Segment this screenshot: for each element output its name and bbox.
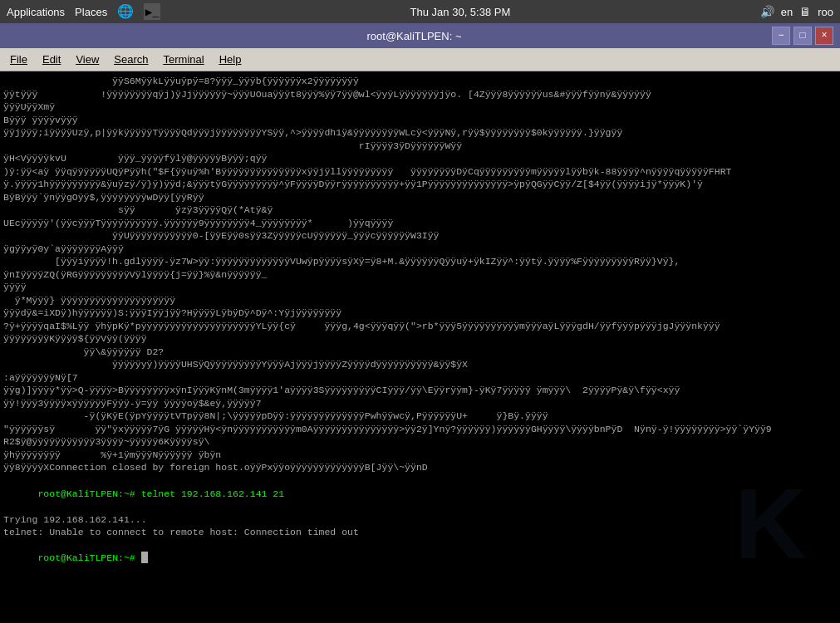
system-bar: Applications Places 🌐 ▶_ Thu Jan 30, 5:3… [0, 0, 840, 23]
term-line: ÿgÿÿyÿ0y`aÿÿÿÿÿÿÿAÿÿÿ [3, 243, 837, 256]
system-bar-left: Applications Places 🌐 ▶_ [7, 3, 160, 20]
term-line: ÿÿtÿÿÿ !ÿÿÿÿÿÿÿÿqÿj)ÿJjÿÿÿÿÿÿ~ÿÿÿUOuaÿÿÿ… [3, 88, 837, 101]
term-line: ÿÿg)]ÿÿÿÿ*ÿÿ>Q-ÿÿÿÿ>BÿÿÿÿÿÿÿÿxÿnIÿÿÿKÿnM… [3, 384, 837, 397]
search-menu[interactable]: Search [107, 52, 155, 67]
network-icon[interactable]: 🖥 [799, 5, 811, 18]
command-line-1: root@KaliTLPEN:~# telnet 192.168.162.141… [3, 474, 837, 513]
term-line: ÿH<VÿÿÿÿkvU ÿÿÿ_ÿÿÿÿfÿlÿ@ÿÿÿÿÿBÿÿÿ;qÿÿ [3, 152, 837, 165]
terminal-icon[interactable]: ▶_ [144, 3, 160, 20]
system-clock: Thu Jan 30, 5:38 PM [410, 6, 511, 18]
term-line: )ÿ:ÿÿ<aÿ ÿÿqÿÿÿÿÿÿUQÿPÿÿh("$F{ÿÿuÿ%h'Bÿÿ… [3, 165, 837, 179]
language-indicator[interactable]: en [781, 6, 793, 18]
term-line: -ÿ(ÿKÿE(ÿpYÿÿÿÿtVTpÿÿ8N|;\ÿÿÿÿÿpDÿÿ:ÿÿÿÿ… [3, 410, 837, 423]
title-bar: root@KaliTLPEN: ~ − □ × [0, 23, 840, 48]
term-line: ÿÿÿdÿ&=iXDÿ)hÿÿÿÿÿÿ)S:ÿÿÿIÿÿjÿÿ?HÿÿÿÿLÿb… [3, 307, 837, 320]
term-line: ÿÿjÿÿÿ;iÿÿÿÿUzÿ,p|ÿÿkÿÿÿÿÿTÿÿÿÿQdÿÿÿjÿÿÿ… [3, 126, 837, 140]
term-line: rIÿÿÿÿ3ÿDÿÿÿÿÿÿWÿÿ [3, 140, 837, 153]
output-line-2: telnet: Unable to connect to remote host… [3, 526, 837, 539]
term-line: ÿÿ\&ÿÿÿÿÿÿ D2? [3, 346, 837, 359]
current-prompt-line: root@KaliTLPEN:~# [3, 539, 837, 578]
term-line: Bÿÿÿ ÿÿÿÿvÿÿÿ [3, 114, 837, 127]
term-line: ÿ*Mÿÿÿ} ÿÿÿÿÿÿÿÿÿÿÿÿÿÿÿÿÿÿÿÿ [3, 294, 837, 307]
term-line: "ÿÿÿÿÿÿsÿ ÿÿ"ÿxÿÿÿÿÿ7ÿG ÿÿÿÿÿHÿ<ÿnÿÿÿÿÿÿ… [3, 423, 837, 436]
prompt-1: root@KaliTLPEN:~# telnet 192.168.162.141… [37, 488, 284, 499]
term-line: ÿÿÿÿÿÿÿÿKÿÿÿÿ${ÿÿVÿÿ(ÿÿÿÿ [3, 332, 837, 346]
term-line: [ÿÿÿiÿÿÿÿ!h.gdlÿÿÿÿ-ÿz7W>ÿÿ:ÿÿÿÿÿÿÿÿÿÿÿÿ… [3, 255, 837, 268]
window-title: root@KaliTLPEN: ~ [56, 30, 772, 42]
term-line: sÿÿ ÿzÿ3ÿÿÿÿQÿ(*Atÿ&ÿ [3, 204, 837, 217]
term-line: ÿÿÿÿ [3, 281, 837, 294]
edit-menu[interactable]: Edit [36, 52, 67, 67]
help-menu[interactable]: Help [213, 52, 248, 67]
applications-menu[interactable]: Applications [7, 6, 65, 18]
term-line: BÿBÿÿÿ`ÿnÿÿgOÿÿ$,ÿÿÿÿÿÿÿÿwDÿÿ[ÿÿRÿÿ [3, 191, 837, 204]
cursor [141, 552, 148, 563]
terminal-output[interactable]: K ÿÿS6MÿÿkLÿÿuÿpÿ=8?ÿÿÿ_ÿÿÿb{ÿÿÿÿÿÿx2ÿÿÿ… [0, 71, 840, 623]
view-menu[interactable]: View [69, 52, 106, 67]
term-line: ÿ.ÿÿÿÿ1hÿÿÿÿÿÿÿÿÿ&ÿuÿzÿ/ÿ}ÿ)ÿÿd;&ÿÿÿtÿGÿ… [3, 178, 837, 191]
term-line: ÿhÿÿÿÿÿÿÿÿ %ÿ+1ÿmÿÿÿNÿÿÿÿÿÿ ÿbÿn [3, 449, 837, 462]
output-line-1: Trying 192.168.162.141... [3, 513, 837, 527]
term-line: :aÿÿÿÿÿÿÿNÿ[7 [3, 371, 837, 385]
term-line: ÿÿÿÿÿyÿ)ÿÿÿÿUHSÿQÿÿÿÿÿÿÿÿÿYÿÿÿAjÿÿÿjÿÿÿÿ… [3, 358, 837, 371]
term-line: ÿÿ!ÿÿÿ3ÿÿÿÿxÿÿÿÿÿÿFÿÿÿ-ÿ=ÿÿ ÿÿÿÿoÿ$&eÿ,ÿ… [3, 397, 837, 410]
globe-icon[interactable]: 🌐 [117, 3, 134, 20]
terminal-menu[interactable]: Terminal [157, 52, 211, 67]
menu-bar: File Edit View Search Terminal Help [0, 48, 840, 71]
term-line: ÿÿUÿÿÿÿÿÿÿÿÿÿÿ0-[ÿÿEÿÿ0sÿÿ3ZÿÿÿÿÿcUÿÿÿÿÿ… [3, 229, 837, 243]
terminal-window: root@KaliTLPEN: ~ − □ × File Edit View S… [0, 23, 840, 623]
places-menu[interactable]: Places [75, 6, 107, 18]
window-controls: − □ × [772, 27, 833, 45]
term-line: UEcÿÿÿÿÿ'(ÿÿcÿÿÿTÿÿÿÿÿÿÿÿÿÿ.ÿÿÿÿÿÿ9ÿÿÿÿÿ… [3, 217, 837, 230]
term-line: R2$ÿ@ÿÿÿÿÿÿÿÿÿÿÿ3ÿÿÿÿ~ÿÿÿÿÿ6Kÿÿÿÿsÿ\ [3, 435, 837, 449]
volume-icon[interactable]: 🔊 [760, 5, 774, 18]
close-button[interactable]: × [815, 27, 833, 45]
term-line: ÿÿ8ÿÿÿÿXConnection closed by foreign hos… [3, 461, 837, 474]
minimize-button[interactable]: − [772, 27, 790, 45]
user-indicator: roo [818, 6, 833, 18]
term-line: ?ÿ+ÿÿÿÿqaI$%Lÿÿ ÿhÿpKÿ*pÿÿÿÿÿÿÿÿÿÿÿÿÿÿÿÿ… [3, 320, 837, 333]
term-line: ÿÿS6MÿÿkLÿÿuÿpÿ=8?ÿÿÿ_ÿÿÿb{ÿÿÿÿÿÿx2ÿÿÿÿÿ… [3, 75, 837, 88]
term-line: ÿnIÿÿÿÿZQ(ÿRGÿÿÿÿÿÿÿÿÿVÿlÿÿÿÿ{j=ÿÿ}%ÿ&nÿ… [3, 268, 837, 282]
maximize-button[interactable]: □ [793, 27, 812, 45]
current-prompt: root@KaliTLPEN:~# [37, 552, 140, 563]
file-menu[interactable]: File [3, 52, 34, 67]
system-bar-right: 🔊 en 🖥 roo [760, 5, 833, 18]
term-line: ÿÿÿUÿÿXmÿ [3, 101, 837, 114]
